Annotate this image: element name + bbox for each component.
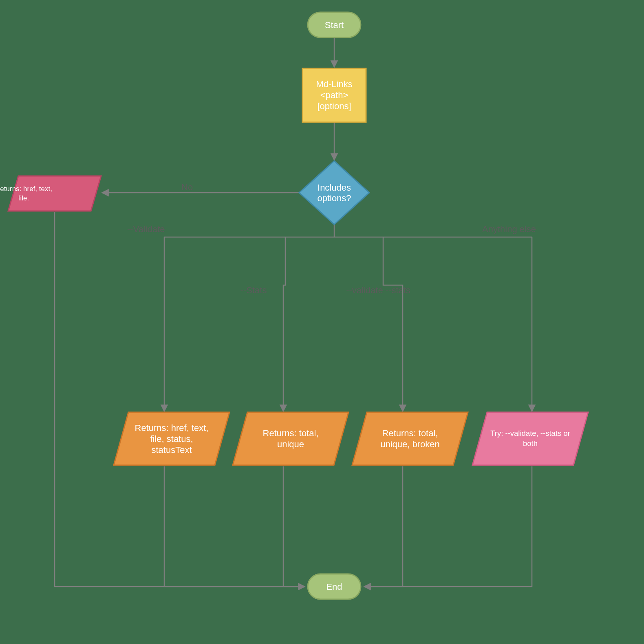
node-start: Start: [308, 12, 361, 37]
node-process-line2: <path>: [320, 90, 348, 100]
edge-both-to-end: [364, 466, 403, 587]
edge-label-validate: --Validate: [127, 224, 165, 234]
edge-label-stats: --Stats: [240, 285, 267, 295]
edge-label-both: --validate --stats: [346, 285, 410, 295]
node-process-line1: Md-Links: [316, 79, 352, 89]
node-process: Md-Links <path> [options]: [302, 68, 366, 122]
node-end: End: [308, 574, 361, 599]
node-no-result: Returns: href, text, file.: [0, 176, 101, 211]
node-else-result: Try: --validate, --stats or both: [472, 412, 588, 465]
edge-else-to-end: [364, 466, 532, 587]
flowchart-canvas: No --Validate Anything else --Stats --va…: [0, 0, 644, 644]
node-no-result-line1: Returns: href, text,: [0, 185, 52, 193]
node-validate-result-line3: statusText: [151, 445, 192, 455]
edge-both-down: [383, 237, 403, 411]
node-else-result-line2: both: [523, 439, 538, 448]
node-both-result: Returns: total, unique, broken: [352, 412, 468, 465]
edge-no-to-end: [55, 212, 305, 587]
node-decision: Includes options?: [299, 161, 369, 224]
node-decision-line1: Includes: [318, 182, 351, 193]
edge-label-no: No: [181, 182, 193, 192]
node-end-label: End: [326, 582, 342, 592]
node-process-line3: [options]: [317, 101, 351, 111]
node-stats-result-line2: unique: [277, 439, 304, 449]
node-stats-result-line1: Returns: total,: [263, 428, 319, 438]
node-validate-result-line1: Returns: href, text,: [135, 423, 209, 433]
node-decision-line2: options?: [317, 193, 351, 203]
node-start-label: Start: [325, 20, 344, 30]
edge-label-else: Anything else: [482, 224, 536, 234]
node-both-result-line2: unique, broken: [380, 439, 440, 449]
node-both-result-line1: Returns: total,: [382, 428, 438, 438]
node-no-result-line2: file.: [18, 194, 29, 202]
node-validate-result-line2: file, status,: [150, 434, 193, 444]
edge-stats-down: [283, 237, 285, 411]
node-else-result-line1: Try: --validate, --stats or: [490, 429, 570, 437]
node-validate-result: Returns: href, text, file, status, statu…: [114, 412, 229, 465]
edge-stats-to-end: [283, 466, 305, 587]
node-stats-result: Returns: total, unique: [233, 412, 348, 465]
svg-marker-3: [8, 176, 101, 211]
